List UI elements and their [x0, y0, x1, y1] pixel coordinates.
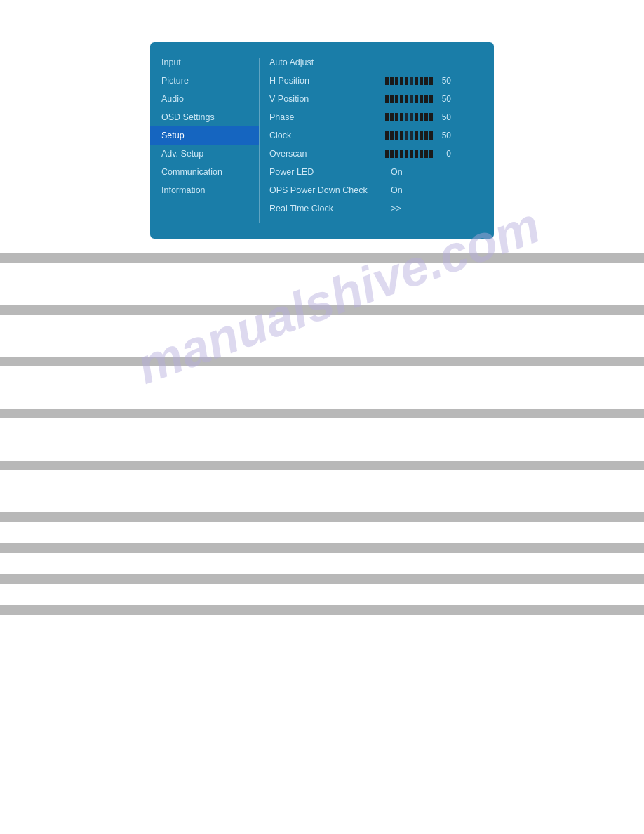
bar-seg — [420, 95, 423, 103]
stripe-band-3 — [0, 357, 644, 366]
bar-seg — [410, 113, 413, 121]
stripe-band-5 — [0, 461, 644, 470]
bar-seg — [429, 131, 433, 140]
bar-value-phase: 50 — [438, 112, 451, 122]
sidebar-item-adv-setup[interactable]: Adv. Setup — [150, 145, 259, 163]
bar-seg — [385, 131, 389, 140]
menu-row-auto-adjust[interactable]: Auto Adjust — [269, 53, 487, 72]
bar-value-v-position: 50 — [438, 94, 451, 104]
bar-seg — [385, 95, 389, 103]
bar-seg — [400, 77, 403, 85]
osd-menu: Input Picture Audio OSD Settings Setup A… — [150, 42, 494, 239]
bar-seg — [410, 150, 413, 158]
menu-row-real-time-clock[interactable]: Real Time Clock >> — [269, 199, 487, 218]
stripe-band-6 — [0, 512, 644, 522]
bar-seg — [429, 113, 433, 121]
bar-seg — [415, 131, 418, 140]
bar-seg — [400, 95, 403, 103]
bar-seg — [395, 77, 398, 85]
menu-row-overscan[interactable]: Overscan 0 — [269, 145, 487, 163]
sidebar-item-setup[interactable]: Setup — [150, 126, 259, 145]
bar-seg — [395, 95, 398, 103]
stripe-gap-6 — [0, 522, 644, 543]
bar-seg — [405, 77, 408, 85]
bar-seg — [390, 95, 394, 103]
bar-seg — [424, 131, 428, 140]
menu-row-v-position[interactable]: V Position 50 — [269, 90, 487, 108]
stripe-band-2 — [0, 305, 644, 315]
menu-label-auto-adjust: Auto Adjust — [269, 58, 385, 67]
bar-seg — [429, 77, 433, 85]
menu-label-clock: Clock — [269, 131, 385, 140]
bar-seg — [385, 77, 389, 85]
sidebar-item-information[interactable]: Information — [150, 181, 259, 199]
stripe-band-1 — [0, 253, 644, 263]
bar-seg — [405, 95, 408, 103]
bar-overscan: 0 — [385, 149, 451, 159]
bar-seg — [420, 77, 423, 85]
menu-row-h-position[interactable]: H Position 50 — [269, 72, 487, 90]
menu-row-phase[interactable]: Phase 50 — [269, 108, 487, 126]
bar-seg — [415, 95, 418, 103]
bar-seg — [410, 131, 413, 140]
stripe-band-9 — [0, 605, 644, 615]
menu-label-v-position: V Position — [269, 94, 385, 104]
bar-seg — [410, 95, 413, 103]
bar-seg — [420, 150, 423, 158]
menu-row-ops-power-down[interactable]: OPS Power Down Check On — [269, 181, 487, 199]
bar-h-position: 50 — [385, 76, 451, 86]
bar-seg — [390, 77, 394, 85]
bar-seg — [395, 113, 398, 121]
bar-seg — [424, 113, 428, 121]
stripe-band-8 — [0, 574, 644, 584]
sidebar-item-picture[interactable]: Picture — [150, 72, 259, 90]
sidebar-item-osd-settings[interactable]: OSD Settings — [150, 108, 259, 126]
bar-value-overscan: 0 — [438, 149, 451, 159]
bar-clock: 50 — [385, 131, 451, 140]
menu-value-real-time-clock: >> — [391, 204, 401, 213]
menu-row-clock[interactable]: Clock 50 — [269, 126, 487, 145]
bar-seg — [395, 150, 398, 158]
bar-seg — [424, 77, 428, 85]
bar-seg — [429, 150, 433, 158]
menu-label-ops-power-down: OPS Power Down Check — [269, 185, 385, 195]
bar-seg — [390, 131, 394, 140]
bar-seg — [385, 150, 389, 158]
menu-value-power-led: On — [391, 167, 403, 177]
stripes-section — [0, 253, 644, 615]
stripe-gap-7 — [0, 553, 644, 574]
stripe-gap-2 — [0, 315, 644, 357]
menu-label-h-position: H Position — [269, 76, 385, 86]
bar-seg — [415, 150, 418, 158]
stripe-gap-1 — [0, 263, 644, 305]
bar-value-clock: 50 — [438, 131, 451, 140]
bar-seg — [429, 95, 433, 103]
stripe-gap-3 — [0, 366, 644, 409]
bar-seg — [410, 77, 413, 85]
osd-sidebar: Input Picture Audio OSD Settings Setup A… — [150, 53, 259, 227]
bar-seg — [405, 150, 408, 158]
bar-seg — [400, 131, 403, 140]
sidebar-item-audio[interactable]: Audio — [150, 90, 259, 108]
bar-seg — [424, 150, 428, 158]
bar-phase: 50 — [385, 112, 451, 122]
bar-seg — [385, 113, 389, 121]
stripe-gap-8 — [0, 584, 644, 605]
bar-seg — [424, 95, 428, 103]
stripe-band-7 — [0, 543, 644, 553]
bar-seg — [420, 113, 423, 121]
bar-seg — [415, 113, 418, 121]
bar-value-h-position: 50 — [438, 76, 451, 86]
sidebar-item-communication[interactable]: Communication — [150, 163, 259, 181]
menu-label-overscan: Overscan — [269, 149, 385, 159]
osd-main-content: Auto Adjust H Position 50 — [260, 53, 494, 227]
menu-label-phase: Phase — [269, 112, 385, 122]
bar-seg — [390, 150, 394, 158]
bar-seg — [390, 113, 394, 121]
menu-row-power-led[interactable]: Power LED On — [269, 163, 487, 181]
stripe-gap-4 — [0, 418, 644, 461]
bar-seg — [420, 131, 423, 140]
menu-label-real-time-clock: Real Time Clock — [269, 204, 385, 213]
sidebar-item-input[interactable]: Input — [150, 53, 259, 72]
bar-seg — [400, 113, 403, 121]
